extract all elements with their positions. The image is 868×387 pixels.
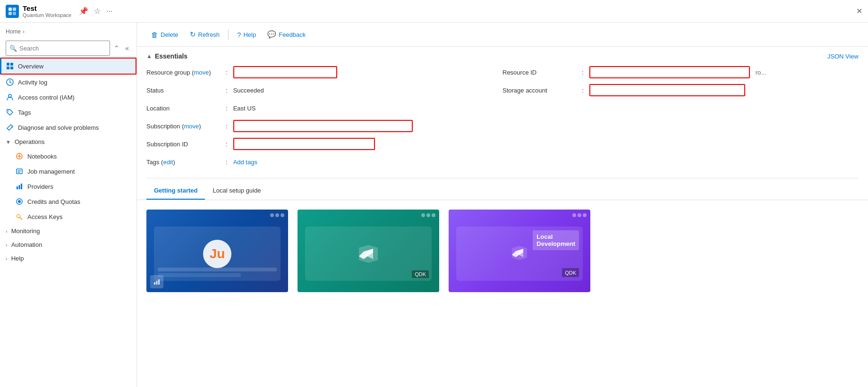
essentials-grid: Resource group (move) : Status : Succeed… bbox=[146, 66, 859, 168]
sidebar-item-activity-log[interactable]: Activity log bbox=[0, 75, 136, 90]
svg-rect-4 bbox=[7, 63, 9, 66]
svg-rect-7 bbox=[10, 67, 13, 69]
tab-local-setup[interactable]: Local setup guide bbox=[205, 182, 268, 200]
location-label: Location bbox=[146, 105, 222, 112]
sidebar-item-overview[interactable]: Overview bbox=[0, 58, 136, 75]
delete-label: Delete bbox=[161, 31, 179, 38]
tabs-row: Getting started Local setup guide bbox=[137, 182, 868, 200]
local-dev-title-text: LocalDevelopment bbox=[536, 233, 575, 247]
app-title: Test bbox=[23, 4, 71, 12]
subscription-move-link[interactable]: move bbox=[184, 123, 199, 130]
card-vscode[interactable]: QDK bbox=[298, 210, 439, 292]
status-row: Status : Succeeded bbox=[146, 84, 502, 97]
sidebar-section-automation[interactable]: › Automation bbox=[0, 238, 136, 252]
sidebar-section-help[interactable]: › Help bbox=[0, 252, 136, 265]
app-title-block: Test Quantum Workspace bbox=[23, 4, 71, 18]
pin-icon[interactable]: 📌 bbox=[79, 7, 88, 16]
refresh-button[interactable]: ↻ Refresh bbox=[185, 27, 225, 42]
resource-group-label: Resource group (move) bbox=[146, 69, 222, 76]
sidebar-item-access-keys[interactable]: Access Keys bbox=[9, 209, 136, 224]
sidebar: Home › 🔍 ⌃ « Overview bbox=[0, 23, 137, 387]
operations-children: Notebooks Job management bbox=[0, 149, 136, 224]
sidebar-item-credits-quotas[interactable]: Credits and Quotas bbox=[9, 194, 136, 209]
access-control-icon bbox=[6, 93, 14, 101]
breadcrumb-separator: › bbox=[23, 28, 25, 35]
top-bar: Test Quantum Workspace 📌 ☆ ··· ✕ bbox=[0, 0, 868, 23]
svg-rect-0 bbox=[9, 8, 12, 11]
help-button[interactable]: ? Help bbox=[232, 28, 261, 42]
breadcrumb[interactable]: Home › bbox=[0, 26, 136, 39]
svg-rect-15 bbox=[21, 184, 22, 189]
credits-quotas-icon bbox=[15, 197, 24, 206]
feedback-button[interactable]: 💬 Feedback bbox=[263, 27, 310, 42]
essentials-collapse-icon[interactable]: ▲ bbox=[146, 53, 152, 59]
subscription-id-row: Subscription ID : bbox=[146, 137, 502, 151]
refresh-icon: ↻ bbox=[190, 30, 196, 39]
essentials-section: ▲ Essentials JSON View Resource group (m… bbox=[137, 47, 868, 174]
vscode-icon-local bbox=[510, 244, 529, 264]
sidebar-item-label-activity-log: Activity log bbox=[18, 79, 131, 86]
sidebar-item-tags[interactable]: Tags bbox=[0, 105, 136, 120]
feedback-icon: 💬 bbox=[267, 30, 276, 39]
subscription-row: Subscription (move) : bbox=[146, 119, 502, 133]
resource-id-value bbox=[589, 66, 750, 78]
card-jupyter-inner: Ju bbox=[154, 227, 281, 281]
card-local-dev[interactable]: LocalDevelopment QDK bbox=[449, 210, 590, 292]
sidebar-item-providers[interactable]: Providers bbox=[9, 179, 136, 194]
star-icon[interactable]: ☆ bbox=[94, 7, 101, 16]
operations-chevron: ▼ bbox=[6, 139, 11, 145]
sidebar-section-operations[interactable]: ▼ Operations bbox=[0, 135, 136, 149]
tags-edit-link[interactable]: edit bbox=[163, 159, 173, 166]
tab-getting-started[interactable]: Getting started bbox=[146, 182, 205, 200]
sidebar-item-access-control[interactable]: Access control (IAM) bbox=[0, 90, 136, 105]
svg-point-17 bbox=[18, 200, 21, 203]
sidebar-item-label-notebooks: Notebooks bbox=[27, 153, 57, 160]
card-jupyter-dots bbox=[270, 213, 284, 217]
json-view-link[interactable]: JSON View bbox=[827, 53, 859, 60]
card-dot-2 bbox=[275, 213, 279, 217]
delete-button[interactable]: 🗑 Delete bbox=[146, 28, 183, 42]
svg-rect-19 bbox=[154, 282, 155, 285]
sidebar-section-monitoring[interactable]: › Monitoring bbox=[0, 224, 136, 238]
app-subtitle: Quantum Workspace bbox=[23, 12, 71, 18]
search-area: 🔍 ⌃ « bbox=[0, 39, 136, 58]
cards-area: Ju bbox=[137, 200, 868, 302]
sidebar-item-diagnose[interactable]: Diagnose and solve problems bbox=[0, 120, 136, 135]
sidebar-item-notebooks[interactable]: Notebooks bbox=[9, 149, 136, 164]
job-management-icon bbox=[15, 167, 24, 176]
sidebar-item-label-tags: Tags bbox=[18, 109, 131, 116]
jupyter-logo: Ju bbox=[203, 240, 231, 268]
help-label: Help bbox=[243, 31, 256, 38]
card-dot-5 bbox=[426, 213, 430, 217]
tags-icon bbox=[6, 108, 14, 117]
svg-rect-5 bbox=[10, 63, 13, 66]
collapse-sidebar-icon[interactable]: « bbox=[123, 42, 131, 54]
sidebar-item-label-job-management: Job management bbox=[27, 168, 75, 175]
sidebar-item-job-management[interactable]: Job management bbox=[9, 164, 136, 179]
svg-rect-2 bbox=[9, 12, 12, 15]
resource-group-move-link[interactable]: move bbox=[194, 69, 209, 76]
close-button[interactable]: ✕ bbox=[856, 7, 862, 16]
overview-icon bbox=[6, 62, 14, 70]
svg-rect-12 bbox=[17, 169, 22, 174]
search-input[interactable] bbox=[6, 41, 110, 56]
sidebar-item-label-credits-quotas: Credits and Quotas bbox=[27, 198, 80, 205]
search-icon: 🔍 bbox=[9, 45, 17, 52]
card-jupyter[interactable]: Ju bbox=[146, 210, 288, 292]
breadcrumb-home[interactable]: Home bbox=[6, 28, 21, 35]
sidebar-section-label-monitoring: Monitoring bbox=[11, 227, 40, 235]
sidebar-item-label-diagnose: Diagnose and solve problems bbox=[18, 124, 131, 131]
card-dot-4 bbox=[421, 213, 425, 217]
card-jupyter-content: Ju bbox=[146, 210, 288, 292]
subscription-id-value bbox=[233, 138, 375, 150]
sidebar-item-label-overview: Overview bbox=[18, 63, 130, 70]
add-tags-link[interactable]: Add tags bbox=[233, 159, 257, 166]
nav-up-icon[interactable]: ⌃ bbox=[112, 42, 121, 54]
card-local-dots bbox=[572, 213, 587, 217]
sidebar-section-label-operations: Operations bbox=[15, 138, 45, 145]
tags-label: Tags (edit) bbox=[146, 159, 222, 166]
svg-rect-13 bbox=[17, 186, 18, 189]
card-local-inner: LocalDevelopment QDK bbox=[456, 227, 583, 281]
svg-rect-21 bbox=[158, 279, 160, 285]
more-icon[interactable]: ··· bbox=[106, 7, 112, 16]
